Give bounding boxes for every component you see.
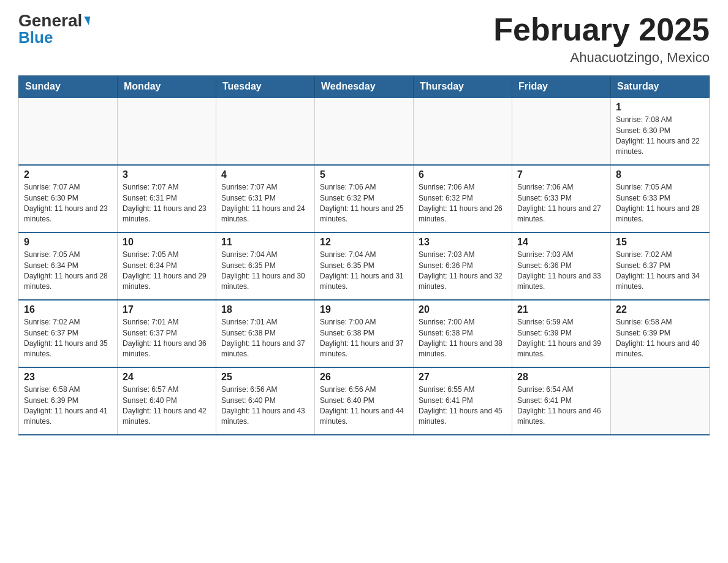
calendar-cell: 20Sunrise: 7:00 AMSunset: 6:38 PMDayligh… — [414, 300, 512, 367]
day-info: Sunrise: 6:56 AMSunset: 6:40 PMDaylight:… — [221, 385, 309, 427]
day-number: 28 — [517, 372, 605, 383]
calendar-cell — [19, 98, 118, 165]
weekday-header-monday: Monday — [118, 76, 216, 98]
calendar-cell: 13Sunrise: 7:03 AMSunset: 6:36 PMDayligh… — [414, 232, 512, 300]
calendar-cell: 19Sunrise: 7:00 AMSunset: 6:38 PMDayligh… — [315, 300, 414, 367]
calendar-cell: 8Sunrise: 7:05 AMSunset: 6:33 PMDaylight… — [611, 165, 710, 232]
day-number: 7 — [517, 169, 605, 180]
day-info: Sunrise: 7:02 AMSunset: 6:37 PMDaylight:… — [616, 250, 704, 293]
day-info: Sunrise: 7:07 AMSunset: 6:31 PMDaylight:… — [221, 182, 309, 225]
calendar-cell: 5Sunrise: 7:06 AMSunset: 6:32 PMDaylight… — [315, 165, 414, 232]
day-info: Sunrise: 7:00 AMSunset: 6:38 PMDaylight:… — [320, 317, 408, 360]
day-info: Sunrise: 7:07 AMSunset: 6:31 PMDaylight:… — [123, 182, 211, 225]
day-info: Sunrise: 7:00 AMSunset: 6:38 PMDaylight:… — [419, 317, 507, 360]
calendar-cell: 12Sunrise: 7:04 AMSunset: 6:35 PMDayligh… — [315, 232, 414, 300]
calendar-cell: 27Sunrise: 6:55 AMSunset: 6:41 PMDayligh… — [414, 367, 512, 435]
calendar-cell: 17Sunrise: 7:01 AMSunset: 6:37 PMDayligh… — [118, 300, 216, 367]
calendar-table: SundayMondayTuesdayWednesdayThursdayFrid… — [18, 75, 710, 435]
calendar-cell: 10Sunrise: 7:05 AMSunset: 6:34 PMDayligh… — [118, 232, 216, 300]
calendar-week-4: 16Sunrise: 7:02 AMSunset: 6:37 PMDayligh… — [19, 300, 710, 367]
calendar-cell: 16Sunrise: 7:02 AMSunset: 6:37 PMDayligh… — [19, 300, 118, 367]
calendar-cell: 7Sunrise: 7:06 AMSunset: 6:33 PMDaylight… — [512, 165, 611, 232]
day-number: 24 — [123, 372, 211, 383]
calendar-cell: 6Sunrise: 7:06 AMSunset: 6:32 PMDaylight… — [414, 165, 512, 232]
day-number: 9 — [24, 237, 112, 248]
day-info: Sunrise: 7:06 AMSunset: 6:32 PMDaylight:… — [419, 182, 507, 225]
day-info: Sunrise: 6:57 AMSunset: 6:40 PMDaylight:… — [123, 385, 211, 427]
day-number: 17 — [123, 304, 211, 315]
calendar-cell: 28Sunrise: 6:54 AMSunset: 6:41 PMDayligh… — [512, 367, 611, 435]
day-info: Sunrise: 7:04 AMSunset: 6:35 PMDaylight:… — [221, 250, 309, 293]
day-number: 15 — [616, 237, 704, 248]
calendar-cell — [315, 98, 414, 165]
day-number: 10 — [123, 237, 211, 248]
day-info: Sunrise: 6:54 AMSunset: 6:41 PMDaylight:… — [517, 385, 605, 427]
weekday-header-sunday: Sunday — [19, 76, 118, 98]
logo-general: General — [18, 12, 82, 29]
calendar-cell: 4Sunrise: 7:07 AMSunset: 6:31 PMDaylight… — [216, 165, 315, 232]
logo: General Blue — [18, 12, 89, 47]
day-number: 11 — [221, 237, 309, 248]
day-number: 5 — [320, 169, 408, 180]
day-number: 2 — [24, 169, 112, 180]
calendar-cell: 11Sunrise: 7:04 AMSunset: 6:35 PMDayligh… — [216, 232, 315, 300]
calendar-cell: 9Sunrise: 7:05 AMSunset: 6:34 PMDaylight… — [19, 232, 118, 300]
calendar-cell — [118, 98, 216, 165]
day-number: 12 — [320, 237, 408, 248]
calendar-cell — [611, 367, 710, 435]
location: Ahuacuotzingo, Mexico — [493, 50, 710, 66]
day-number: 20 — [419, 304, 507, 315]
weekday-header-thursday: Thursday — [414, 76, 512, 98]
calendar-cell — [414, 98, 512, 165]
calendar-cell: 21Sunrise: 6:59 AMSunset: 6:39 PMDayligh… — [512, 300, 611, 367]
day-number: 8 — [616, 169, 704, 180]
day-info: Sunrise: 7:06 AMSunset: 6:32 PMDaylight:… — [320, 182, 408, 225]
month-title: February 2025 — [493, 12, 710, 47]
day-info: Sunrise: 7:07 AMSunset: 6:30 PMDaylight:… — [24, 182, 112, 225]
day-number: 6 — [419, 169, 507, 180]
logo-blue: Blue — [18, 28, 53, 47]
day-info: Sunrise: 7:05 AMSunset: 6:33 PMDaylight:… — [616, 182, 704, 225]
calendar-cell: 25Sunrise: 6:56 AMSunset: 6:40 PMDayligh… — [216, 367, 315, 435]
weekday-header-tuesday: Tuesday — [216, 76, 315, 98]
calendar-cell: 26Sunrise: 6:56 AMSunset: 6:40 PMDayligh… — [315, 367, 414, 435]
day-info: Sunrise: 7:01 AMSunset: 6:37 PMDaylight:… — [123, 317, 211, 360]
calendar-week-3: 9Sunrise: 7:05 AMSunset: 6:34 PMDaylight… — [19, 232, 710, 300]
day-info: Sunrise: 7:05 AMSunset: 6:34 PMDaylight:… — [123, 250, 211, 293]
day-number: 26 — [320, 372, 408, 383]
day-number: 16 — [24, 304, 112, 315]
day-info: Sunrise: 7:02 AMSunset: 6:37 PMDaylight:… — [24, 317, 112, 360]
weekday-header-friday: Friday — [512, 76, 611, 98]
title-block: February 2025 Ahuacuotzingo, Mexico — [493, 12, 710, 66]
day-info: Sunrise: 7:03 AMSunset: 6:36 PMDaylight:… — [419, 250, 507, 293]
day-number: 22 — [616, 304, 704, 315]
calendar-cell: 3Sunrise: 7:07 AMSunset: 6:31 PMDaylight… — [118, 165, 216, 232]
calendar-cell — [512, 98, 611, 165]
calendar-cell: 14Sunrise: 7:03 AMSunset: 6:36 PMDayligh… — [512, 232, 611, 300]
weekday-header-wednesday: Wednesday — [315, 76, 414, 98]
day-number: 4 — [221, 169, 309, 180]
weekday-header-saturday: Saturday — [611, 76, 710, 98]
day-info: Sunrise: 6:58 AMSunset: 6:39 PMDaylight:… — [616, 317, 704, 360]
day-info: Sunrise: 7:03 AMSunset: 6:36 PMDaylight:… — [517, 250, 605, 293]
day-number: 27 — [419, 372, 507, 383]
day-number: 1 — [616, 102, 704, 113]
calendar-cell: 18Sunrise: 7:01 AMSunset: 6:38 PMDayligh… — [216, 300, 315, 367]
calendar-cell: 22Sunrise: 6:58 AMSunset: 6:39 PMDayligh… — [611, 300, 710, 367]
day-info: Sunrise: 6:55 AMSunset: 6:41 PMDaylight:… — [419, 385, 507, 427]
calendar-cell: 24Sunrise: 6:57 AMSunset: 6:40 PMDayligh… — [118, 367, 216, 435]
page-header: General Blue February 2025 Ahuacuotzingo… — [18, 12, 710, 66]
calendar-week-1: 1Sunrise: 7:08 AMSunset: 6:30 PMDaylight… — [19, 98, 710, 165]
calendar-week-2: 2Sunrise: 7:07 AMSunset: 6:30 PMDaylight… — [19, 165, 710, 232]
day-number: 18 — [221, 304, 309, 315]
day-info: Sunrise: 6:58 AMSunset: 6:39 PMDaylight:… — [24, 385, 112, 427]
day-number: 3 — [123, 169, 211, 180]
day-info: Sunrise: 7:05 AMSunset: 6:34 PMDaylight:… — [24, 250, 112, 293]
day-number: 23 — [24, 372, 112, 383]
day-number: 13 — [419, 237, 507, 248]
day-info: Sunrise: 7:01 AMSunset: 6:38 PMDaylight:… — [221, 317, 309, 360]
day-number: 19 — [320, 304, 408, 315]
calendar-cell — [216, 98, 315, 165]
day-info: Sunrise: 7:08 AMSunset: 6:30 PMDaylight:… — [616, 115, 704, 158]
calendar-cell: 1Sunrise: 7:08 AMSunset: 6:30 PMDaylight… — [611, 98, 710, 165]
